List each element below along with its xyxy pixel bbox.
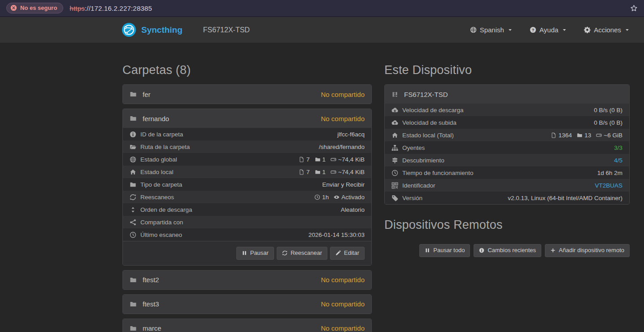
map-signs-icon <box>392 157 398 164</box>
file-icon <box>551 132 557 138</box>
remote-devices-actions: Pausar todo Cambios recientes Añadir dis… <box>384 244 630 257</box>
refresh-icon <box>130 194 136 201</box>
cloud-download-icon <box>392 107 398 114</box>
detail-value: 1d 6h 2m <box>597 170 622 176</box>
security-badge-label: No es seguro <box>20 4 57 11</box>
detail-value: 2026-01-14 15:30:03 <box>309 232 365 238</box>
folder-panel-fer: fer No compartido <box>122 84 372 104</box>
folder-status-badge: No compartido <box>321 276 365 284</box>
detail-value: Enviar y Recibir <box>322 181 365 188</box>
detail-row-global-state: Estado global 7 1 ~74,4 KiB <box>123 153 371 166</box>
folder-panel-marce: marce No compartido <box>122 319 372 332</box>
device-id-link[interactable]: VT2BUAS <box>595 182 622 189</box>
question-circle-icon <box>530 26 536 33</box>
folder-actions: Pausar Reescanear Editar <box>123 241 371 265</box>
device-details-table: Velocidad de descarga 0 B/s (0 B) Veloci… <box>385 104 629 204</box>
menu-language-label: Spanish <box>480 26 504 34</box>
folder-status-badge: No compartido <box>321 300 365 308</box>
chevron-down-icon <box>562 27 567 32</box>
globe-icon <box>470 26 477 33</box>
detail-label: Descubrimiento <box>402 157 444 164</box>
pause-icon <box>425 248 430 253</box>
folder-row-ftest3[interactable]: ftest3 No compartido <box>123 295 371 314</box>
syncthing-brand[interactable]: Syncthing <box>122 22 183 37</box>
folder-icon <box>130 115 137 122</box>
sort-icon <box>130 206 136 213</box>
security-badge[interactable]: No es seguro <box>6 3 63 13</box>
menu-help[interactable]: Ayuda <box>530 26 567 34</box>
hdd-icon <box>331 169 336 175</box>
folder-icon <box>577 132 583 138</box>
folder-icon <box>130 301 137 308</box>
detail-value: /shared/fernando <box>319 144 365 150</box>
chevron-down-icon <box>625 27 630 32</box>
edit-button[interactable]: Editar <box>330 247 365 260</box>
detail-label: Velocidad de subida <box>402 119 457 126</box>
recent-changes-button[interactable]: Cambios recientes <box>474 244 541 257</box>
detail-value: v2.0.13, Linux (64-bit Intel/AMD Contain… <box>508 195 622 201</box>
main-content: Carpetas (8) fer No compartido fernando … <box>0 43 644 332</box>
folder-row-fer[interactable]: fer No compartido <box>123 85 371 104</box>
qrcode-icon <box>392 182 398 189</box>
brand-label: Syncthing <box>141 25 183 35</box>
hdd-icon <box>331 157 336 162</box>
folder-icon <box>130 181 136 188</box>
chevron-down-icon <box>508 27 513 32</box>
add-remote-device-button[interactable]: Añadir dispositivo remoto <box>545 244 630 257</box>
hdd-icon <box>596 132 602 138</box>
this-device-heading: Este Dispositivo <box>384 63 630 77</box>
pause-button[interactable]: Pausar <box>236 247 274 260</box>
detail-value: 1364 13 ~6 GiB <box>551 132 622 139</box>
folder-status-badge: No compartido <box>321 324 365 332</box>
syncthing-logo-icon <box>122 22 136 37</box>
detail-row-rescans: Reescaneos 1h Activado <box>123 191 371 203</box>
folder-row-ftest2[interactable]: ftest2 No compartido <box>123 271 371 289</box>
folder-name: ftest3 <box>143 300 159 308</box>
bookmark-star-icon[interactable] <box>630 4 638 12</box>
page-title: FS6712X-TSD <box>203 26 250 34</box>
folder-icon <box>130 325 137 332</box>
sitemap-icon <box>392 144 398 151</box>
app-navbar: Syncthing FS6712X-TSD Spanish Ayuda Acci… <box>0 17 644 43</box>
folder-icon <box>130 91 137 98</box>
folder-icon <box>315 169 321 175</box>
folder-row-fernando[interactable]: fernando No compartido <box>123 109 371 128</box>
menu-actions[interactable]: Acciones <box>584 26 630 34</box>
home-icon <box>392 132 398 139</box>
rescan-button[interactable]: Reescanear <box>277 247 327 260</box>
folder-panel-ftest2: ftest2 No compartido <box>122 270 372 290</box>
plus-icon <box>550 248 556 253</box>
menu-language[interactable]: Spanish <box>470 26 513 34</box>
detail-value: 7 1 ~74,4 KiB <box>299 169 365 175</box>
detail-value: 3/3 <box>614 144 622 151</box>
refresh-icon <box>282 250 287 256</box>
url-text[interactable]: https://172.16.2.227:28385 <box>70 4 624 12</box>
folder-panel-fernando: fernando No compartido ID de la carpeta … <box>122 109 372 266</box>
detail-label: Oyentes <box>402 144 425 151</box>
home-icon <box>130 169 136 175</box>
menu-help-label: Ayuda <box>540 26 558 34</box>
folder-open-icon <box>130 144 136 150</box>
detail-label: Tipo de carpeta <box>140 181 182 188</box>
detail-label: Último escaneo <box>140 232 182 238</box>
this-device-row[interactable]: FS6712X-TSD <box>385 85 629 104</box>
detail-row-download-rate: Velocidad de descarga 0 B/s (0 B) <box>385 104 629 116</box>
detail-row-identifier: Identificador VT2BUAS <box>385 179 629 192</box>
browser-address-bar[interactable]: No es seguro https://172.16.2.227:28385 <box>0 0 644 17</box>
detail-label: ID de la carpeta <box>140 131 183 138</box>
detail-value: Aleatorio <box>341 206 365 213</box>
gear-icon <box>584 26 591 33</box>
folder-icon <box>315 157 321 162</box>
folder-row-marce[interactable]: marce No compartido <box>123 319 371 332</box>
this-device-panel: FS6712X-TSD Velocidad de descarga 0 B/s … <box>384 84 630 205</box>
pause-all-button[interactable]: Pausar todo <box>419 244 470 257</box>
globe-icon <box>130 156 136 163</box>
detail-value[interactable]: 4/5 <box>614 157 622 164</box>
detail-row-download-order: Orden de descarga Aleatorio <box>123 203 371 216</box>
detail-row-upload-rate: Velocidad de subida 0 B/s (0 B) <box>385 116 629 129</box>
detail-value: 0 B/s (0 B) <box>594 107 622 114</box>
folder-name: marce <box>143 324 161 332</box>
detail-row-version: Versión v2.0.13, Linux (64-bit Intel/AMD… <box>385 192 629 204</box>
pause-icon <box>242 250 247 256</box>
detail-label: Estado global <box>140 156 177 163</box>
